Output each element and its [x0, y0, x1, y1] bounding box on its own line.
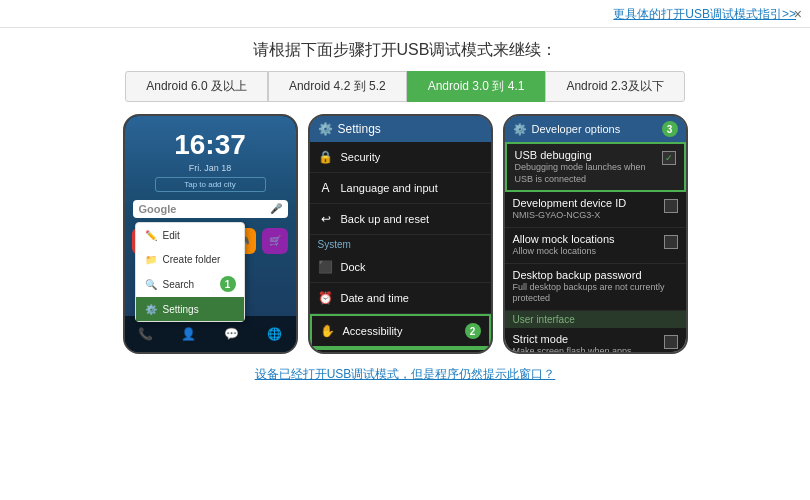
dev-sub-strict-mode: Make screen flash when apps perform long… [513, 346, 660, 354]
settings-label-datetime: Date and time [341, 292, 483, 304]
phone1-google: Google 🎤 [133, 200, 288, 218]
dev-sub-mock-locations: Allow mock locations [513, 246, 660, 258]
dev-item-strict-mode[interactable]: Strict modeMake screen flash when apps p… [505, 328, 686, 354]
browser-icon: 🌐 [260, 320, 288, 348]
dev-item-dev-device-id[interactable]: Development device IDNMIS-GYAO-NCG3-X [505, 192, 686, 228]
dev-sub-dev-device-id: NMIS-GYAO-NCG3-X [513, 210, 660, 222]
tabs-row: Android 6.0 及以上Android 4.2 到 5.2Android … [0, 71, 810, 102]
settings-label-security: Security [341, 151, 483, 163]
dev-item-mock-locations[interactable]: Allow mock locationsAllow mock locations [505, 228, 686, 264]
phone2-header: ⚙️Settings [310, 116, 491, 142]
dev-title-usb-debugging: USB debugging [515, 149, 658, 161]
phone1-date: Fri. Jan 18 [125, 163, 296, 173]
badge-accessibility: 2 [465, 323, 481, 339]
close-button[interactable]: × [794, 6, 802, 22]
dev-sub-desktop-backup: Full desktop backups are not currently p… [513, 282, 674, 305]
ctx-item-settings[interactable]: ⚙️Settings [136, 297, 244, 321]
main-title: 请根据下面步骤打开USB调试模式来继续： [0, 28, 810, 71]
search-icon: 🔍 [144, 277, 158, 291]
badge-search: 1 [220, 276, 236, 292]
dev-title-mock-locations: Allow mock locations [513, 233, 660, 245]
sms-icon: 💬 [217, 320, 245, 348]
phone3: ⚙️Developer options3USB debuggingDebuggi… [503, 114, 688, 354]
settings-label-dock: Dock [341, 261, 483, 273]
accessibility-icon: ✋ [320, 323, 336, 339]
settings-item-security[interactable]: 🔒Security [310, 142, 491, 173]
dev-title-dev-device-id: Development device ID [513, 197, 660, 209]
tab-android30[interactable]: Android 3.0 到 4.1 [407, 71, 546, 102]
settings-item-developer[interactable]: 📱Developer options [310, 348, 491, 354]
badge3: 3 [662, 121, 678, 137]
security-icon: 🔒 [318, 149, 334, 165]
phone3-header: ⚙️Developer options3 [505, 116, 686, 142]
google-mic-icon: 🎤 [270, 203, 282, 214]
dev-checkbox-usb-debugging[interactable]: ✓ [662, 151, 676, 165]
contacts-icon: 👤 [175, 320, 203, 348]
ctx-label-edit: Edit [163, 230, 180, 241]
dock-icon: ⬛ [318, 259, 334, 275]
tab-android42[interactable]: Android 4.2 到 5.2 [268, 71, 407, 102]
ctx-item-edit[interactable]: ✏️Edit [136, 223, 244, 247]
context-menu: ✏️Edit📁Create folder🔍Search1⚙️Settings [135, 222, 245, 322]
settings-label-language: Language and input [341, 182, 483, 194]
dev-item-desktop-backup[interactable]: Desktop backup passwordFull desktop back… [505, 264, 686, 311]
backup-icon: ↩ [318, 211, 334, 227]
phone1-icon: 📞 [132, 320, 160, 348]
dev-item-usb-debugging[interactable]: USB debuggingDebugging mode launches whe… [505, 142, 686, 192]
google-text: Google [139, 203, 177, 215]
phone2: ⚙️Settings🔒SecurityALanguage and input↩B… [308, 114, 493, 354]
ctx-label-settings: Settings [163, 304, 199, 315]
settings-gear-icon: ⚙️ [318, 122, 333, 136]
dev-checkbox-strict-mode[interactable] [664, 335, 678, 349]
language-icon: A [318, 180, 334, 196]
phone1-tap: Tap to add city [155, 177, 266, 192]
settings-label-accessibility: Accessibility [343, 325, 458, 337]
settings-item-datetime[interactable]: ⏰Date and time [310, 283, 491, 314]
create-folder-icon: 📁 [144, 252, 158, 266]
dev-title-desktop-backup: Desktop backup password [513, 269, 674, 281]
settings-item-backup[interactable]: ↩Back up and reset [310, 204, 491, 235]
bottom-link[interactable]: 设备已经打开USB调试模式，但是程序仍然提示此窗口？ [0, 366, 810, 383]
ctx-item-create-folder[interactable]: 📁Create folder [136, 247, 244, 271]
top-guide-link[interactable]: 更具体的打开USB调试模式指引>> [613, 6, 796, 23]
ctx-label-create-folder: Create folder [163, 254, 221, 265]
phone1-time: 16:37 [125, 116, 296, 161]
section-section-system: System [310, 235, 491, 252]
settings-item-dock[interactable]: ⬛Dock [310, 252, 491, 283]
dev-checkbox-dev-device-id[interactable] [664, 199, 678, 213]
app-icon-5: 🛒 [262, 228, 288, 254]
settings-header-title: Settings [338, 122, 381, 136]
settings-item-language[interactable]: ALanguage and input [310, 173, 491, 204]
ctx-item-search[interactable]: 🔍Search1 [136, 271, 244, 297]
ui-section-header: User interface [505, 311, 686, 328]
dev-header-title: Developer options [532, 123, 657, 135]
settings-icon: ⚙️ [144, 302, 158, 316]
settings-item-accessibility[interactable]: ✋Accessibility2 [310, 314, 491, 348]
phone1: 16:37 Fri. Jan 18 Tap to add city Google… [123, 114, 298, 354]
datetime-icon: ⏰ [318, 290, 334, 306]
edit-icon: ✏️ [144, 228, 158, 242]
dev-title-strict-mode: Strict mode [513, 333, 660, 345]
tab-android6[interactable]: Android 6.0 及以上 [125, 71, 268, 102]
tab-android23[interactable]: Android 2.3及以下 [545, 71, 684, 102]
dev-gear-icon: ⚙️ [513, 123, 527, 136]
ctx-label-search: Search [163, 279, 195, 290]
dev-sub-usb-debugging: Debugging mode launches when USB is conn… [515, 162, 658, 185]
dev-checkbox-mock-locations[interactable] [664, 235, 678, 249]
settings-label-backup: Back up and reset [341, 213, 483, 225]
